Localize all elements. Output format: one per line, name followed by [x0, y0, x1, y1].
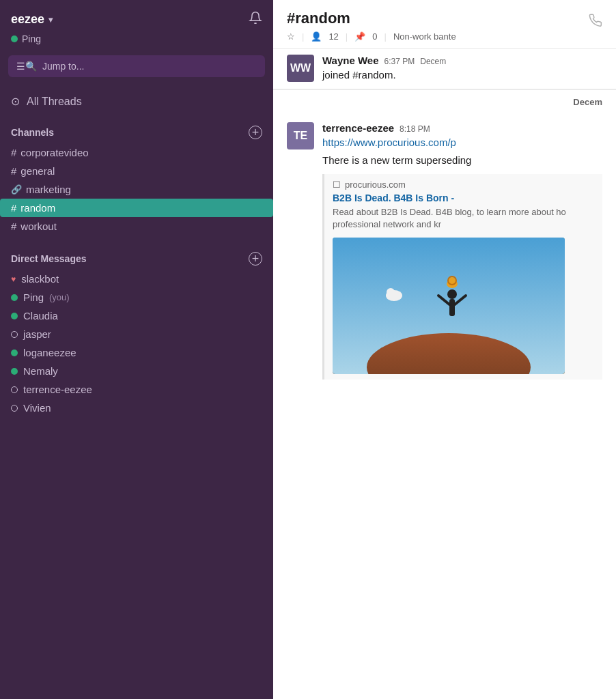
preview-domain-icon: ☐ — [333, 180, 341, 190]
members-count: 12 — [328, 31, 338, 42]
dm-terrence-eezee[interactable]: terrence-eezee — [0, 380, 273, 399]
message-terrence: TE terrence-eezee 8:18 PM https://www.pr… — [273, 114, 616, 388]
svg-point-7 — [449, 277, 456, 284]
link-preview: ☐ procurious.com B2B Is Dead. B4B Is Bor… — [322, 174, 602, 380]
dm-section-header: Direct Messages + — [0, 241, 273, 270]
all-threads-item[interactable]: ⊙ All Threads — [0, 88, 273, 115]
channel-item-general[interactable]: # general — [0, 162, 273, 180]
dm-title: Direct Messages — [11, 253, 87, 264]
dm-name-jasper: jasper — [23, 328, 51, 340]
channel-item-random[interactable]: # random — [0, 199, 273, 217]
channel-hash-2: # — [11, 165, 16, 177]
preview-image — [333, 238, 565, 374]
members-icon: 👤 — [311, 31, 322, 42]
msg-body-terrence: There is a new term superseding — [322, 153, 602, 169]
avatar-wayne: WW — [287, 55, 314, 82]
heart-icon: ♥ — [11, 274, 16, 284]
preview-domain-text: procurious.com — [345, 180, 406, 190]
workspace-chevron: ▾ — [48, 15, 53, 25]
workspace-name[interactable]: eezee ▾ — [11, 12, 53, 27]
status-row: Ping — [0, 33, 273, 53]
channels-list: # corporatevideo # general 🔗 marketing #… — [0, 143, 273, 236]
status-name: Ping — [22, 33, 41, 44]
channel-name-4: random — [20, 202, 55, 214]
channel-name-2: general — [20, 165, 55, 177]
msg-header-wayne: Wayne Wee 6:37 PM Decem — [322, 55, 602, 66]
msg-author-wayne: Wayne Wee — [322, 55, 379, 66]
dm-name-nemaly: Nemaly — [23, 365, 58, 377]
jump-text: Jump to... — [42, 61, 84, 72]
msg-time-terrence: 8:18 PM — [400, 124, 430, 134]
add-channel-icon: + — [252, 126, 260, 140]
jump-to-button[interactable]: ☰🔍 Jump to... — [8, 55, 265, 77]
channel-header: #random ☆ | 👤 12 | 📌 0 | Non-work bante — [273, 0, 616, 49]
bell-icon[interactable] — [249, 11, 262, 28]
msg-header-terrence: terrence-eezee 8:18 PM — [322, 122, 602, 134]
preview-title: B2B Is Dead. B4B Is Born - — [333, 192, 594, 203]
status-indicator — [11, 35, 18, 42]
dm-name-terrence: terrence-eezee — [23, 384, 92, 395]
dm-name-vivien: Vivien — [23, 402, 51, 414]
channel-hash-1: # — [11, 147, 16, 158]
add-dm-icon: + — [252, 252, 260, 266]
msg-text-terrence: https://www.procurious.com/p — [322, 135, 602, 151]
lion-king-scene — [333, 238, 565, 374]
dm-name-ping: Ping — [23, 291, 44, 303]
channel-item-corporatevideo[interactable]: # corporatevideo — [0, 143, 273, 162]
meta-sep-2: | — [346, 31, 348, 42]
offline-dot-jasper — [11, 331, 18, 338]
channel-name-5: workout — [20, 220, 57, 232]
dm-section: Direct Messages + ♥ slackbot Ping (you) … — [0, 241, 273, 417]
dm-name-loganeezee: loganeezee — [23, 347, 76, 358]
msg-date-wayne: Decem — [420, 57, 446, 66]
dm-claudia[interactable]: Claudia — [0, 306, 273, 325]
dm-ping[interactable]: Ping (you) — [0, 288, 273, 306]
messages-area[interactable]: WW Wayne Wee 6:37 PM Decem joined #rando… — [273, 49, 616, 699]
offline-dot-vivien — [11, 405, 18, 412]
svg-rect-2 — [449, 299, 455, 316]
jump-icon: ☰🔍 — [16, 61, 37, 72]
dm-loganeezee[interactable]: loganeezee — [0, 343, 273, 362]
avatar-terrence: TE — [287, 122, 314, 149]
channel-meta: ☆ | 👤 12 | 📌 0 | Non-work bante — [287, 31, 602, 42]
dm-vivien[interactable]: Vivien — [0, 399, 273, 417]
dm-slackbot[interactable]: ♥ slackbot — [0, 270, 273, 288]
offline-dot-terrence — [11, 386, 18, 393]
online-dot-ping — [11, 294, 18, 301]
channels-section-header: Channels + — [0, 115, 273, 143]
threads-icon: ⊙ — [11, 95, 20, 108]
msg-text-wayne: joined #random. — [322, 68, 602, 83]
dm-name-claudia: Claudia — [23, 310, 58, 322]
pins-count: 0 — [372, 31, 377, 42]
channel-description: Non-work bante — [393, 31, 456, 42]
svg-point-10 — [387, 288, 395, 296]
add-channel-button[interactable]: + — [249, 126, 262, 139]
add-dm-button[interactable]: + — [249, 252, 262, 266]
channel-hash-5: # — [11, 220, 16, 232]
msg-link-terrence[interactable]: https://www.procurious.com/p — [322, 137, 456, 148]
dm-nemaly[interactable]: Nemaly — [0, 362, 273, 380]
sidebar-header: eezee ▾ — [0, 0, 273, 33]
phone-icon[interactable] — [589, 14, 602, 31]
channel-hash-4: # — [11, 202, 16, 214]
dm-jasper[interactable]: jasper — [0, 325, 273, 343]
msg-time-wayne: 6:37 PM — [384, 57, 415, 66]
preview-desc: Read about B2B Is Dead. B4B blog, to lea… — [333, 206, 594, 231]
star-icon[interactable]: ☆ — [287, 31, 295, 42]
channels-title: Channels — [11, 127, 54, 138]
you-label: (you) — [49, 292, 70, 302]
workspace-title: eezee — [11, 12, 44, 27]
all-threads-label: All Threads — [27, 96, 82, 108]
channel-header-wrapper: #random ☆ | 👤 12 | 📌 0 | Non-work bante — [273, 0, 616, 49]
msg-author-terrence: terrence-eezee — [322, 122, 394, 134]
msg-content-terrence: terrence-eezee 8:18 PM https://www.procu… — [322, 122, 602, 380]
online-dot-nemaly — [11, 368, 18, 375]
pin-icon: 📌 — [354, 31, 365, 42]
date-divider-december: Decem — [273, 89, 616, 114]
channel-item-marketing[interactable]: 🔗 marketing — [0, 180, 273, 199]
preview-domain: ☐ procurious.com — [333, 180, 594, 190]
online-dot-loganeezee — [11, 350, 18, 356]
msg-content-wayne: Wayne Wee 6:37 PM Decem joined #random. — [322, 55, 602, 83]
channel-item-workout[interactable]: # workout — [0, 217, 273, 236]
svg-point-5 — [447, 289, 457, 299]
